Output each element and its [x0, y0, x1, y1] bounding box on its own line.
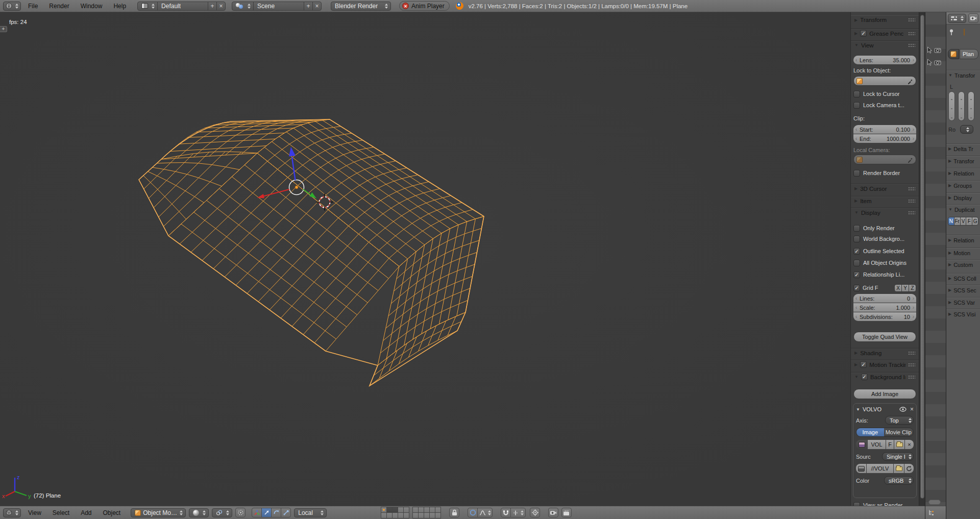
- panel-header-scs-visi[interactable]: ▶SCS Visi: [946, 309, 980, 319]
- panel-header-background-im[interactable]: ▼Background Im: [851, 372, 919, 381]
- outliner-object-row[interactable]: [926, 56, 941, 68]
- panel-expanded-triangle-icon[interactable]: ▼: [854, 375, 859, 379]
- panel-collapsed-triangle-icon[interactable]: ▶: [948, 262, 951, 267]
- panel-header-custom[interactable]: ▶Custom: [946, 259, 980, 269]
- panel-expanded-triangle-icon[interactable]: ▼: [856, 407, 860, 412]
- location-slider[interactable]: [968, 91, 974, 121]
- render-context-button[interactable]: [968, 13, 978, 23]
- checkbox-relationship-li[interactable]: [853, 271, 860, 278]
- fake-user-button[interactable]: F: [886, 440, 894, 449]
- checkbox-world-backgro[interactable]: [853, 236, 860, 242]
- manipulator-z-arrowhead[interactable]: [289, 147, 296, 157]
- panel-header-shading[interactable]: ▶Shading: [851, 348, 919, 357]
- unlink-image-button[interactable]: ×: [905, 440, 914, 449]
- number-field-start[interactable]: Start:0.100: [853, 125, 916, 134]
- translate-manipulator[interactable]: [257, 147, 316, 199]
- manipulator-x-axis[interactable]: [262, 189, 289, 196]
- outliner-editor[interactable]: [925, 12, 946, 519]
- scene-browse-button[interactable]: [232, 2, 254, 11]
- filepath-field[interactable]: //VOLV: [867, 464, 893, 473]
- renderable-toggle-icon[interactable]: [934, 47, 941, 53]
- panel-header-item[interactable]: ▶Item: [851, 196, 919, 205]
- properties-region-scrollbar[interactable]: [919, 12, 925, 506]
- menu-select[interactable]: Select: [48, 509, 74, 516]
- manipulator-axis-button[interactable]: [252, 508, 262, 517]
- interaction-mode-dropdown[interactable]: Object Mode: [131, 508, 186, 517]
- panel-header-transform[interactable]: ▶Transform: [851, 15, 919, 24]
- panel-grip-icon[interactable]: [908, 199, 915, 203]
- number-field-end[interactable]: End:1000.000: [853, 134, 916, 143]
- panel-header-delta-tr[interactable]: ▶Delta Tr: [946, 143, 980, 154]
- panel-collapsed-triangle-icon[interactable]: ▶: [948, 300, 951, 305]
- panel-header-motion-trackin[interactable]: ▶Motion Trackin: [851, 360, 919, 369]
- selectable-toggle-icon[interactable]: [926, 46, 933, 54]
- tab-movie-clip[interactable]: Movie Clip: [884, 428, 913, 436]
- panel-header-relation[interactable]: ▶Relation: [946, 235, 980, 245]
- axis-toggle-y[interactable]: Y: [901, 284, 909, 292]
- location-slider[interactable]: [948, 91, 955, 121]
- menu-view[interactable]: View: [24, 509, 45, 516]
- panel-header-display[interactable]: ▶Display: [946, 192, 980, 203]
- panel-header-scs-coll[interactable]: ▶SCS Coll: [946, 273, 980, 283]
- checkbox-row-lock-to-cursor[interactable]: Lock to Cursor: [853, 90, 916, 98]
- number-field-subdivisions[interactable]: Subdivisions:10: [853, 312, 916, 321]
- add-scene-button[interactable]: +: [304, 2, 313, 11]
- panel-header-grease-penc[interactable]: ▶Grease Penc: [851, 29, 919, 38]
- panel-grip-icon[interactable]: [908, 187, 915, 191]
- render-engine-dropdown[interactable]: Blender Render: [331, 2, 391, 11]
- panel-collapsed-triangle-icon[interactable]: ▶: [948, 238, 951, 242]
- proportional-edit-button[interactable]: [468, 508, 478, 517]
- checkbox-lock-to-cursor[interactable]: [853, 91, 860, 97]
- checkbox-grid-floor[interactable]: [853, 285, 860, 291]
- renderable-toggle-icon[interactable]: [934, 60, 941, 65]
- panel-header-display[interactable]: ▼Display: [851, 208, 919, 217]
- panel-header-groups[interactable]: ▶Groups: [946, 180, 980, 190]
- panel-collapsed-triangle-icon[interactable]: ▶: [854, 351, 857, 355]
- checkbox-all-object-origins[interactable]: [853, 260, 860, 266]
- background-image-header[interactable]: ▼VOLVO×: [856, 406, 914, 413]
- panel-header-view[interactable]: ▼View: [851, 40, 919, 50]
- panel-collapsed-triangle-icon[interactable]: ▶: [854, 31, 857, 36]
- source-dropdown[interactable]: Single I: [882, 452, 914, 461]
- screen-layout-browse-button[interactable]: [137, 2, 158, 11]
- panel-header-relation[interactable]: ▶Relation: [946, 168, 980, 178]
- checkbox-row-relationship-li[interactable]: Relationship Li...: [853, 270, 916, 279]
- properties-editor[interactable]: ▼TransforLRo▶Delta Tr▶Transfor▶Relation▶…: [946, 12, 980, 519]
- panel-collapsed-triangle-icon[interactable]: ▶: [854, 18, 857, 22]
- axis-toggle-x[interactable]: X: [894, 284, 902, 292]
- editor-type-button-info[interactable]: [3, 2, 21, 11]
- panel-grip-icon[interactable]: [908, 18, 915, 22]
- pivot-point-dropdown[interactable]: [212, 508, 232, 517]
- panel-header-scs-var[interactable]: ▶SCS Var: [946, 297, 980, 307]
- 3d-viewport[interactable]: fps: 24 z x y (72) Plane ▶Transform▶Grea…: [0, 12, 925, 506]
- snap-target-button[interactable]: [530, 508, 540, 517]
- manipulator-y-axis[interactable]: [303, 189, 310, 194]
- panel-grip-icon[interactable]: [908, 351, 915, 355]
- outliner-object-row[interactable]: [926, 44, 941, 56]
- object-breadcrumb-button[interactable]: [948, 49, 959, 59]
- axis-toggle-z[interactable]: Z: [909, 284, 916, 292]
- snap-toggle-button[interactable]: [501, 508, 511, 517]
- viewport-shading-dropdown[interactable]: [189, 508, 209, 517]
- panel-header-transfor[interactable]: ▼Transfor: [946, 70, 980, 80]
- checkbox-background-im[interactable]: [861, 374, 868, 380]
- open-image-button[interactable]: [894, 440, 904, 449]
- number-field-scale[interactable]: Scale:1.000: [853, 303, 916, 312]
- panel-expanded-triangle-icon[interactable]: ▼: [854, 43, 859, 47]
- toolshelf-expand-tab[interactable]: [0, 26, 7, 32]
- panel-collapsed-triangle-icon[interactable]: ▶: [854, 186, 857, 191]
- checkbox-row-world-backgro[interactable]: World Backgro...: [853, 235, 916, 243]
- object-selector-field[interactable]: [853, 155, 916, 164]
- eye-icon[interactable]: [899, 407, 906, 412]
- checkbox-row-render-border[interactable]: Render Border: [853, 169, 916, 177]
- menu-window[interactable]: Window: [77, 3, 107, 10]
- proportional-falloff-dropdown[interactable]: [477, 508, 493, 517]
- browse-file-button[interactable]: [894, 464, 904, 473]
- panel-header-scs-sec[interactable]: ▶SCS Sec: [946, 285, 980, 295]
- axis-dropdown[interactable]: Top: [885, 416, 914, 425]
- editor-type-button-properties[interactable]: [948, 14, 966, 23]
- reload-image-button[interactable]: [904, 464, 914, 473]
- outliner-scrollbar-thumb[interactable]: [928, 500, 941, 505]
- panel-header-motion[interactable]: ▶Motion: [946, 248, 980, 258]
- outliner-editor-icon[interactable]: [928, 509, 935, 516]
